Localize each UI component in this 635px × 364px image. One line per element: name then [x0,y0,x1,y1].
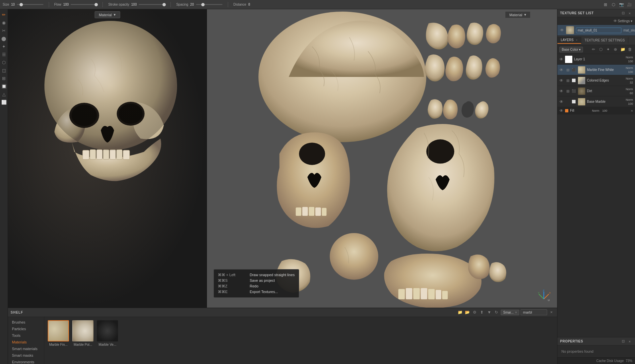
svg-rect-27 [442,291,448,299]
fill-layer-eye[interactable]: 👁 [559,108,563,113]
sidebar-rect-icon[interactable]: ◫ [1,67,7,74]
shelf-open-icon[interactable]: 📂 [464,309,470,315]
sidebar-grid-icon[interactable]: ⊞ [1,75,7,82]
layer-tool-add[interactable]: ⊕ [612,46,618,52]
shelf-items: Marble Fin... Marble Pol... Marble Ve... [44,317,557,364]
shelf-search-tag[interactable]: Smar... × [501,310,519,315]
tab-layers-close[interactable]: × [576,38,578,42]
svg-rect-18 [315,208,321,216]
layer-icon-pair-4: ⬜ [565,99,576,104]
sidebar-triangle-icon[interactable]: △ [1,91,7,97]
layers-tabs: LAYERS × TEXTURE SET SETTINGS [557,36,635,45]
tab-layers[interactable]: LAYERS × [557,37,581,44]
properties-header: PROPERTIES ⊡ × [557,337,635,345]
texture-set-list-title: TEXTURE SET LIST [560,11,594,15]
layer-tool-fx[interactable]: ✦ [605,46,611,52]
fill-layer-delete-icon[interactable]: × [631,109,633,113]
settings-eye-icon[interactable]: 👁 [612,18,618,24]
tex-visibility-icon[interactable]: 👁 [560,28,564,32]
shortcut-3: ⌘⌘Z [218,284,244,288]
layer-eye-0[interactable]: 👁 [559,57,563,62]
layer-item-2[interactable]: 👁 ▤ ⬜ Colored Edges Norm 32 [557,75,635,86]
layer-eye-3[interactable]: 👁 [559,89,563,93]
status-bar: Cache Disk Usage 73% [557,357,635,364]
sidebar-circle-icon[interactable]: ◉ [1,19,7,26]
channel-dropdown[interactable]: Base Color ▾ [559,47,583,52]
divider-4 [228,2,228,7]
layer-eye-1[interactable]: 👁 [559,68,563,72]
sidebar-star-icon[interactable]: ✦ [1,43,7,50]
tab-texture-set-settings[interactable]: TEXTURE SET SETTINGS [581,37,629,43]
toolbar-icon-1[interactable]: ⊞ [603,2,608,8]
shelf-item-2[interactable]: Marble Ve... [97,320,118,346]
layer-item-1[interactable]: 👁 ▤ ⬛ Marble Fine White Norm 100 [557,65,635,75]
properties-restore-icon[interactable]: ⊡ [620,339,626,344]
layer-right-3: Norm 60 [626,88,633,95]
shelf-refresh-icon[interactable]: ↻ [493,309,499,315]
viewport-3d[interactable]: Material ▾ [8,9,207,308]
shelf-controls: 📁 📂 ⚙ ⬆ ▼ ↻ Smar... × × [457,309,554,315]
layer-tool-delete[interactable]: 🗑 [627,46,633,52]
layer-item-0[interactable]: 👁 Layer 1 Norm 100 [557,54,635,65]
toolbar-icon-2[interactable]: ⬡ [610,2,616,8]
layer-tool-brush[interactable]: ✏ [591,46,597,52]
3d-render-bg: Material ▾ [8,9,207,308]
svg-rect-10 [116,150,122,159]
size-slider[interactable] [17,4,43,5]
shelf-search-input[interactable] [521,309,547,315]
toolbar-icon-camera[interactable]: 🎥 [626,2,632,8]
sidebar-box-icon[interactable]: 🔲 [1,83,7,90]
svg-rect-8 [103,150,109,159]
sidebar-scissors-icon[interactable]: ✂ [1,27,7,34]
layer-eye-2[interactable]: 👁 [559,78,563,83]
shelf-nav-brushes[interactable]: Brushes [8,319,44,326]
axis-indicator-uv: X Y Z U [537,289,550,302]
shelf-item-1[interactable]: Marble Pol... [72,320,94,346]
shelf-tag-close-icon[interactable]: × [515,311,517,314]
divider-1 [49,2,49,7]
svg-rect-9 [110,150,116,159]
tex-name-input[interactable] [576,28,621,33]
fill-layer-row[interactable]: 👁 Fill Norm 100 × [557,107,635,114]
shelf-nav-environments[interactable]: Environments [8,359,44,364]
shelf-nav-materials[interactable]: Materials [8,339,44,345]
layer-thumb-3 [578,88,585,95]
layer-tool-mask[interactable]: ⬡ [598,46,604,52]
shelf-nav-smart-materials[interactable]: Smart materials [8,345,44,352]
settings-button[interactable]: Settings ▾ [618,19,632,23]
stroke-label: Stroke opacity [108,3,129,6]
sidebar-square-icon[interactable]: ⬜ [1,99,7,105]
shelf-nav-smart-masks[interactable]: Smart masks [8,352,44,359]
layer-item-4[interactable]: 👁 ⬜ Base Marble Norm 100 [557,96,635,107]
layer-tool-folder[interactable]: 📁 [620,46,626,52]
shelf-body: Brushes Particles Tools Materials Smart … [8,317,557,364]
shelf-import-icon[interactable]: ⬆ [479,309,485,315]
shelf-funnel-icon[interactable]: ▼ [486,309,492,315]
stroke-slider[interactable] [139,4,165,5]
layer-thumb-2 [578,77,585,84]
texture-set-item[interactable]: 👁 mat_skull_01 [557,25,635,36]
layer-eye-4[interactable]: 👁 [559,99,563,104]
flow-slider[interactable] [71,4,97,5]
shelf-item-0[interactable]: Marble Fin... [48,320,69,346]
sidebar-paint-icon[interactable]: ✏ [1,11,7,18]
shelf: SHELF 📁 📂 ⚙ ⬆ ▼ ↻ Smar... × × [8,308,557,364]
sidebar-hex-icon[interactable]: ⬡ [1,59,7,66]
toolbar-icon-3[interactable]: 📷 [618,2,624,8]
shelf-folder-icon[interactable]: 📁 [457,309,463,315]
sidebar-menu-icon[interactable]: ☰ [1,51,7,58]
shelf-nav-particles[interactable]: Particles [8,326,44,332]
sidebar-dot-icon[interactable]: ⬤ [1,35,7,42]
shelf-close-icon[interactable]: × [548,309,554,315]
layer-blend-2: Norm [626,77,633,80]
spacing-slider[interactable] [196,4,222,5]
shelf-nav-tools[interactable]: Tools [8,332,44,339]
material-dropdown-3d[interactable]: Material ▾ [95,11,120,18]
shelf-filter-icon[interactable]: ⚙ [472,309,477,315]
texture-set-restore-icon[interactable]: ⊡ [620,11,626,16]
layer-item-3[interactable]: 👁 ▤ ⬛ Dirt Norm 60 [557,86,635,96]
material-dropdown-uv[interactable]: Material ▾ [505,11,531,18]
properties-close-icon[interactable]: × [627,339,632,344]
viewport-uv[interactable]: ⌘⌘ + Left Draw snapped straight lines ⌘⌘… [207,9,557,308]
texture-set-close-icon[interactable]: × [627,11,632,16]
